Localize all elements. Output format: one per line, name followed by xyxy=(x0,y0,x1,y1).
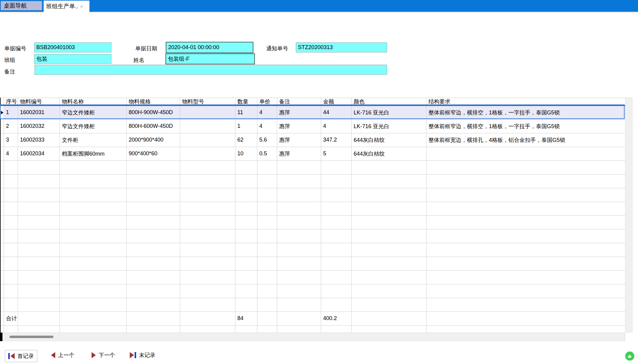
name-field[interactable] xyxy=(165,53,255,64)
table-cell[interactable] xyxy=(180,147,235,160)
close-icon[interactable]: × xyxy=(80,4,83,9)
data-row[interactable]: 116002031窄边文件矮柜800H-900W-450D114惠萍44LK-7… xyxy=(0,106,625,119)
table-cell[interactable]: 347.2 xyxy=(321,133,351,147)
table-cell[interactable]: 0.5 xyxy=(257,147,277,160)
table-cell[interactable]: 1 xyxy=(235,119,257,133)
table-cell[interactable]: LK-716 亚光白 xyxy=(351,106,426,119)
column-header[interactable]: 数量 xyxy=(235,98,257,106)
total-row: 合计84400.2 xyxy=(0,312,625,325)
tab-production-order[interactable]: 班组生产单.. × xyxy=(44,1,89,12)
table-cell[interactable]: LK-716 亚光白 xyxy=(351,119,426,133)
next-record-button[interactable]: 下一个 xyxy=(92,351,115,359)
table-cell xyxy=(257,270,277,284)
team-field[interactable] xyxy=(34,54,111,64)
table-cell[interactable]: 16002032 xyxy=(18,119,60,133)
vertical-scrollbar[interactable] xyxy=(625,98,633,333)
last-record-button[interactable]: 末记录 xyxy=(130,351,155,359)
table-cell xyxy=(257,160,277,174)
table-cell[interactable]: 惠萍 xyxy=(277,147,321,160)
column-header[interactable]: 单价 xyxy=(257,98,277,106)
column-header[interactable]: 备注 xyxy=(277,98,321,106)
green-status-badge[interactable] xyxy=(625,351,634,361)
table-cell xyxy=(235,160,257,174)
table-cell xyxy=(60,215,126,229)
table-cell xyxy=(180,160,235,174)
table-cell[interactable]: 16002033 xyxy=(18,133,60,147)
empty-row xyxy=(0,215,625,229)
table-cell[interactable]: 4 xyxy=(257,119,277,133)
data-row[interactable]: 216002032窄边文件矮柜800H-600W-450D14惠萍4LK-716… xyxy=(0,119,625,133)
table-cell[interactable]: 900*400*60 xyxy=(126,147,180,160)
tab-label: 班组生产单.. xyxy=(46,2,78,10)
data-row[interactable]: 416002034档案柜围脚60mm900*400*60100.5惠萍5644灰… xyxy=(0,147,625,160)
table-cell[interactable]: 整体前框窄边，横排空，1格板，一字拉手，泰国G5锁 xyxy=(426,119,625,133)
previous-record-button[interactable]: 上一个 xyxy=(51,351,74,359)
table-cell[interactable] xyxy=(180,133,235,147)
notice-no-field[interactable] xyxy=(296,42,387,52)
table-cell[interactable]: 800H-900W-450D xyxy=(126,106,180,119)
table-cell[interactable]: 惠萍 xyxy=(277,133,321,147)
table-cell[interactable]: 44 xyxy=(321,106,351,119)
table-cell[interactable]: 窄边文件矮柜 xyxy=(60,106,126,119)
horizontal-scrollbar[interactable] xyxy=(2,333,625,341)
table-cell[interactable]: 644灰白桔纹 xyxy=(351,133,426,147)
table-cell[interactable]: 档案柜围脚60mm xyxy=(60,147,126,160)
table-cell[interactable]: 16002034 xyxy=(18,147,60,160)
table-cell[interactable]: 惠萍 xyxy=(277,106,321,119)
doc-no-label: 单据编号 xyxy=(4,45,26,52)
table-cell[interactable]: 62 xyxy=(235,133,257,147)
table-cell xyxy=(321,229,351,243)
grid-corner-block xyxy=(0,333,2,341)
column-header[interactable]: 序号 xyxy=(4,98,18,106)
table-cell[interactable] xyxy=(426,147,625,160)
table-cell xyxy=(4,284,18,298)
table-cell[interactable] xyxy=(180,106,235,119)
table-cell[interactable]: 4 xyxy=(321,119,351,133)
horizontal-scrollbar-thumb[interactable] xyxy=(9,336,53,338)
table-cell[interactable]: 644灰白桔纹 xyxy=(351,147,426,160)
table-cell[interactable]: 5.6 xyxy=(257,133,277,147)
table-cell[interactable]: 4 xyxy=(257,106,277,119)
column-header[interactable]: 物料规格 xyxy=(126,98,180,106)
data-row[interactable]: 316002033文件柜2000*900*400625.6惠萍347.2644灰… xyxy=(0,133,625,147)
column-header[interactable]: 物料名称 xyxy=(60,98,126,106)
column-header[interactable]: 结构要求 xyxy=(426,98,625,106)
table-cell[interactable]: 1 xyxy=(4,106,18,119)
remark-field[interactable] xyxy=(34,65,387,75)
table-cell[interactable]: 2 xyxy=(4,119,18,133)
table-cell xyxy=(235,174,257,188)
table-cell xyxy=(277,312,321,325)
table-cell xyxy=(321,202,351,215)
table-cell[interactable]: 5 xyxy=(321,147,351,160)
next-record-label: 下一个 xyxy=(99,351,115,359)
doc-no-field[interactable] xyxy=(34,42,111,52)
table-cell[interactable]: 窄边文件矮柜 xyxy=(60,119,126,133)
table-cell[interactable] xyxy=(180,119,235,133)
table-cell xyxy=(257,298,277,312)
table-cell xyxy=(426,229,625,243)
doc-date-field[interactable] xyxy=(166,42,253,53)
table-cell[interactable]: 3 xyxy=(4,133,18,147)
column-header[interactable]: 颜色 xyxy=(351,98,426,106)
column-header[interactable]: 物料型号 xyxy=(180,98,235,106)
table-cell xyxy=(4,160,18,174)
tab-desktop-navigation[interactable]: 桌面导航 xyxy=(1,1,42,10)
table-cell[interactable]: 整体前框窄边，横排空，1格板，一字拉手，泰国G5锁 xyxy=(426,106,625,119)
first-record-button[interactable]: 首记录 xyxy=(5,350,37,362)
table-cell[interactable]: 惠萍 xyxy=(277,119,321,133)
table-cell[interactable]: 16002031 xyxy=(18,106,60,119)
table-cell[interactable]: 800H-600W-450D xyxy=(126,119,180,133)
table-cell xyxy=(426,298,625,312)
table-cell[interactable]: 10 xyxy=(235,147,257,160)
column-header[interactable]: 金额 xyxy=(321,98,351,106)
table-cell[interactable]: 文件柜 xyxy=(60,133,126,147)
column-header[interactable]: 物料编号 xyxy=(18,98,60,106)
table-cell[interactable]: 2000*900*400 xyxy=(126,133,180,147)
table-cell[interactable]: 11 xyxy=(235,106,257,119)
table-cell xyxy=(235,257,257,270)
top-tab-bar: 桌面导航 班组生产单.. × xyxy=(0,0,638,12)
table-cell[interactable]: 整体前框宽边，横排孔，4格板，铝合金扣手，泰国G5锁 xyxy=(426,133,625,147)
table-cell xyxy=(351,298,426,312)
table-cell[interactable]: 4 xyxy=(4,147,18,160)
table-cell xyxy=(235,270,257,284)
